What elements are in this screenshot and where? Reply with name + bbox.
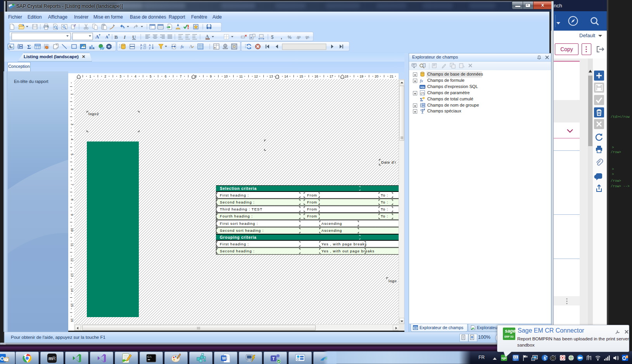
svg-text:W: W: [222, 356, 226, 361]
svg-text:Second sort heading :: Second sort heading :: [220, 228, 264, 233]
svg-text:Second heading :: Second heading :: [220, 200, 255, 204]
svg-text:Second heading :: Second heading :: [220, 249, 255, 253]
svg-text:3: 3: [119, 74, 121, 78]
svg-text:I: I: [123, 34, 126, 40]
svg-text:16: 16: [314, 74, 318, 78]
svg-text:4: 4: [70, 138, 74, 140]
svg-text:First heading :: First heading :: [220, 242, 249, 246]
svg-text:T: T: [272, 356, 275, 361]
svg-text:21: 21: [390, 74, 394, 78]
svg-text:5: 5: [70, 154, 74, 155]
svg-text:Σ: Σ: [420, 97, 423, 102]
svg-text:12: 12: [254, 74, 258, 78]
svg-text:From :: From :: [307, 214, 320, 218]
svg-text:10: 10: [70, 228, 74, 232]
svg-text:9: 9: [210, 74, 212, 78]
svg-text:Yes , with out page breaks: Yes , with out page breaks: [321, 249, 375, 253]
svg-text:To :: To :: [381, 200, 388, 204]
svg-text:2: 2: [70, 108, 74, 110]
svg-text:First sort heading :: First sort heading :: [220, 221, 258, 226]
svg-text:1: 1: [89, 74, 91, 78]
svg-text:19: 19: [360, 74, 364, 78]
svg-text:11: 11: [239, 74, 243, 78]
svg-text:Grouping criteria: Grouping criteria: [220, 235, 257, 240]
svg-text:logo2: logo2: [88, 112, 99, 116]
svg-text:%: %: [288, 35, 292, 40]
svg-text:4: 4: [135, 74, 136, 78]
svg-text:13: 13: [269, 74, 273, 78]
svg-text:From :: From :: [307, 193, 320, 197]
svg-text:14: 14: [70, 288, 74, 292]
svg-text:$: $: [271, 35, 274, 40]
svg-text:11: 11: [70, 243, 74, 247]
svg-text:2: 2: [104, 74, 106, 78]
svg-text:R: R: [52, 356, 56, 361]
svg-text:18: 18: [345, 74, 349, 78]
svg-text:7: 7: [180, 74, 182, 78]
svg-text:fx: fx: [420, 78, 423, 83]
svg-text:6: 6: [165, 74, 167, 78]
svg-text:Ascending: Ascending: [321, 221, 342, 226]
svg-text:Ascending: Ascending: [321, 228, 342, 233]
svg-text:Date d'i: Date d'i: [381, 160, 396, 164]
svg-text:20: 20: [375, 74, 378, 78]
svg-text:,: ,: [281, 34, 282, 40]
svg-text:5: 5: [150, 74, 152, 78]
svg-text:17: 17: [330, 74, 333, 78]
svg-text:Selection criteria: Selection criteria: [220, 186, 257, 191]
svg-text:15: 15: [70, 303, 74, 307]
svg-text:13: 13: [70, 273, 74, 277]
svg-text:To :: To :: [381, 193, 388, 197]
svg-text:1: 1: [70, 93, 74, 95]
svg-text:Fourth heading :: Fourth heading :: [220, 214, 253, 218]
svg-text:C:\: C:\: [147, 355, 152, 359]
svg-text:Third heading : TEST: Third heading : TEST: [220, 207, 262, 211]
svg-text:From :: From :: [307, 207, 320, 211]
svg-text:To :: To :: [381, 207, 388, 211]
svg-text:O: O: [0, 355, 4, 362]
svg-text:En-tête du rapport: En-tête du rapport: [14, 79, 48, 84]
svg-text:From :: From :: [307, 200, 320, 204]
svg-text:8: 8: [70, 199, 74, 201]
svg-text:7: 7: [70, 184, 74, 186]
svg-text:To :: To :: [381, 214, 388, 218]
svg-text:Yes , with page breaks: Yes , with page breaks: [321, 242, 367, 246]
svg-text:3: 3: [70, 123, 74, 125]
svg-text:6: 6: [70, 169, 74, 171]
svg-text:10: 10: [224, 74, 228, 78]
svg-text:9: 9: [70, 214, 74, 216]
svg-text:B: B: [114, 34, 118, 40]
svg-text:U: U: [132, 34, 136, 40]
svg-text:(?): (?): [421, 91, 425, 95]
svg-text:15: 15: [299, 74, 303, 78]
svg-text:First heading :: First heading :: [220, 193, 249, 197]
svg-text:16: 16: [70, 318, 74, 322]
svg-text:logo: logo: [389, 279, 397, 283]
svg-text:SQL: SQL: [420, 86, 425, 88]
svg-text:X3: X3: [514, 356, 517, 359]
svg-text:14: 14: [284, 74, 288, 78]
svg-text:12: 12: [70, 258, 74, 262]
